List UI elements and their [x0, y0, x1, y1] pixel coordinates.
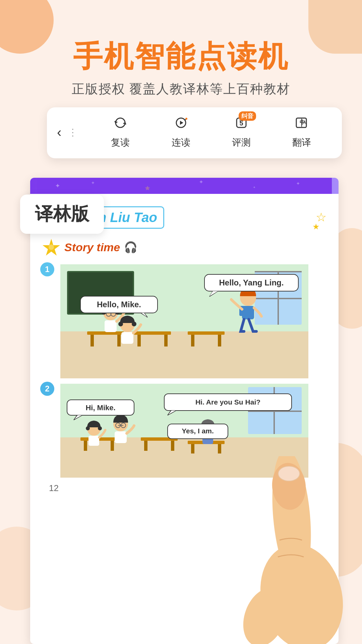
svg-rect-72	[218, 444, 221, 453]
svg-rect-47	[121, 332, 133, 344]
svg-rect-65	[84, 441, 87, 451]
scene-1-image[interactable]: Hello, Yang Ling. Hello, Mike.	[42, 264, 326, 378]
svg-rect-32	[137, 335, 141, 346]
svg-text:Hi, Mike.: Hi, Mike.	[85, 404, 115, 412]
svg-text:Yes, I am.: Yes, I am.	[182, 427, 214, 435]
finger-overlay	[235, 456, 349, 644]
svg-rect-35	[191, 335, 194, 346]
svg-rect-69	[171, 441, 174, 451]
svg-text:⭐: ⭐	[145, 185, 150, 191]
svg-text:Hello, Yang Ling.: Hello, Yang Ling.	[219, 278, 284, 287]
svg-point-1	[185, 118, 187, 120]
toolbar-card: ‹ ⋮ 复读	[47, 107, 342, 158]
toolbar-translate[interactable]: 中 A 翻译	[292, 115, 311, 149]
svg-rect-50	[242, 306, 254, 319]
svg-rect-81	[88, 436, 99, 446]
svg-text:Hi. Are you Su Hai?: Hi. Are you Su Hai?	[195, 398, 260, 406]
svg-rect-33	[164, 335, 168, 346]
yilin-version-badge: 译林版	[20, 195, 104, 234]
reread-label: 复读	[111, 136, 130, 149]
svg-rect-31	[134, 331, 171, 335]
svg-rect-40	[105, 320, 117, 332]
evaluate-label: 评测	[232, 136, 251, 149]
headphone-icon[interactable]: 🎧	[124, 241, 137, 254]
svg-text:✦: ✦	[253, 185, 255, 189]
svg-rect-71	[191, 444, 194, 453]
svg-text:✦: ✦	[91, 180, 95, 185]
evaluate-icon: 5 纠 纠音	[234, 115, 249, 133]
toolbar-continuous[interactable]: 连读	[172, 115, 190, 149]
toolbar-items: 复读 连读 5 纠 纠音	[90, 115, 332, 149]
svg-rect-36	[218, 335, 221, 346]
app-subtitle: 正版授权 覆盖人教译林等上百种教材	[0, 80, 362, 98]
toolbar-reread[interactable]: 复读	[111, 115, 130, 149]
scene-2-badge: 2	[40, 382, 54, 396]
small-star-deco: ★	[312, 222, 320, 231]
scene-1-block: 1	[42, 264, 326, 378]
back-button[interactable]: ‹	[57, 125, 61, 140]
menu-dots[interactable]: ⋮	[68, 127, 77, 138]
svg-point-98	[278, 466, 300, 481]
continuous-icon	[174, 115, 188, 133]
svg-point-45	[118, 322, 123, 326]
svg-point-79	[86, 426, 90, 430]
svg-rect-66	[111, 441, 114, 451]
evaluate-badge: 纠音	[239, 111, 256, 121]
svg-rect-68	[144, 441, 147, 451]
svg-text:✦: ✦	[199, 179, 203, 185]
svg-text:Hello, Mike.: Hello, Mike.	[97, 300, 141, 309]
scene-1-badge: 1	[40, 262, 54, 276]
yilin-text: 译林版	[35, 204, 89, 224]
svg-rect-9	[37, 178, 332, 194]
svg-rect-77	[115, 431, 127, 443]
svg-point-80	[98, 426, 102, 430]
reread-icon	[113, 115, 128, 133]
svg-rect-28	[87, 331, 124, 335]
svg-rect-30	[117, 335, 121, 346]
page-purple-bar: ✦ ✦ ⭐ ✦ ✦ ✦	[30, 178, 339, 194]
svg-text:A: A	[303, 120, 306, 125]
svg-point-19	[49, 245, 54, 250]
svg-rect-29	[90, 335, 94, 346]
svg-rect-27	[255, 298, 302, 299]
small-star-wrap	[42, 239, 60, 256]
story-time-label: Story time	[64, 241, 120, 254]
svg-text:✦: ✦	[296, 181, 300, 186]
app-title: 手机智能点读机	[0, 40, 362, 73]
svg-point-46	[132, 322, 136, 326]
svg-rect-34	[188, 331, 225, 335]
continuous-label: 连读	[172, 136, 190, 149]
toolbar-evaluate[interactable]: 5 纠 纠音 评测	[232, 115, 251, 149]
translate-icon: 中 A	[294, 115, 309, 133]
svg-text:✦: ✦	[55, 182, 61, 189]
story-row: Story time 🎧	[42, 239, 326, 256]
translate-label: 翻译	[292, 136, 311, 149]
svg-rect-21	[60, 331, 308, 378]
